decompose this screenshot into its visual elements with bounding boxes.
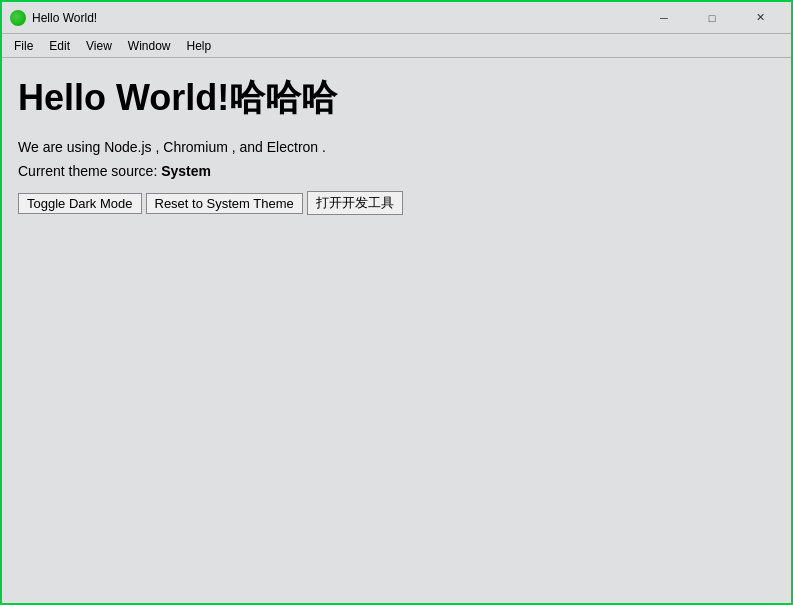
desc-sep1: , [152,139,164,155]
menu-file[interactable]: File [6,34,41,57]
menu-bar: File Edit View Window Help [2,34,791,58]
main-content: Hello World!哈哈哈 We are using Node.js , C… [2,58,791,603]
open-devtools-button[interactable]: 打开开发工具 [307,191,403,215]
tech-nodejs: Node.js [104,139,151,155]
theme-source-line: Current theme source: System [18,163,775,179]
window-title: Hello World! [32,11,641,25]
window-controls: ─ □ ✕ [641,4,783,32]
title-bar: Hello World! ─ □ ✕ [2,2,791,34]
desc-prefix: We are using [18,139,104,155]
minimize-button[interactable]: ─ [641,4,687,32]
menu-help[interactable]: Help [179,34,220,57]
toggle-dark-mode-button[interactable]: Toggle Dark Mode [18,193,142,214]
theme-label: Current theme source: [18,163,161,179]
reset-system-theme-button[interactable]: Reset to System Theme [146,193,303,214]
close-button[interactable]: ✕ [737,4,783,32]
tech-electron: Electron [267,139,318,155]
tech-chromium: Chromium [163,139,228,155]
menu-edit[interactable]: Edit [41,34,78,57]
description-text: We are using Node.js , Chromium , and El… [18,139,775,155]
theme-value: System [161,163,211,179]
menu-view[interactable]: View [78,34,120,57]
maximize-button[interactable]: □ [689,4,735,32]
app-window: Hello World! ─ □ ✕ File Edit View Window… [0,0,793,605]
page-title: Hello World!哈哈哈 [18,74,775,123]
desc-sep3: . [318,139,326,155]
menu-window[interactable]: Window [120,34,179,57]
app-icon [10,10,26,26]
button-row: Toggle Dark Mode Reset to System Theme 打… [18,191,775,215]
desc-sep2: , and [228,139,267,155]
